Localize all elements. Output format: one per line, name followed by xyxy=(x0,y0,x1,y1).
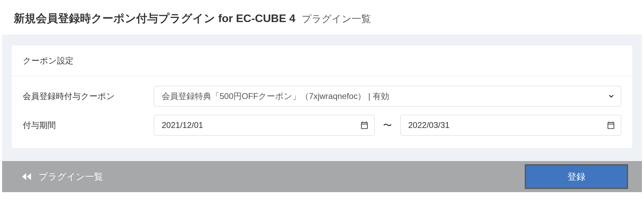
coupon-row: 会員登録時付与クーポン 会員登録特典「500円OFFクーポン」（7xjwraqn… xyxy=(23,86,621,107)
range-separator: 〜 xyxy=(383,119,392,131)
page-title: 新規会員登録時クーポン付与プラグイン for EC-CUBE 4 xyxy=(14,11,295,26)
date-end-value: 2022/03/31 xyxy=(408,120,450,130)
coupon-label: 会員登録時付与クーポン xyxy=(23,91,154,102)
svg-marker-0 xyxy=(22,173,26,180)
back-link-label: プラグイン一覧 xyxy=(39,171,103,183)
svg-marker-1 xyxy=(27,173,31,180)
card-body: 会員登録時付与クーポン 会員登録特典「500円OFFクーポン」（7xjwraqn… xyxy=(12,76,632,148)
settings-card: クーポン設定 会員登録時付与クーポン 会員登録特典「500円OFFクーポン」（7… xyxy=(12,46,632,148)
rewind-icon xyxy=(21,172,32,181)
calendar-icon xyxy=(360,121,369,130)
date-end-input[interactable]: 2022/03/31 xyxy=(400,115,621,136)
submit-button-label: 登録 xyxy=(567,171,585,183)
chevron-down-icon xyxy=(608,93,615,100)
coupon-select[interactable]: 会員登録特典「500円OFFクーポン」（7xjwraqnefoc） | 有効 xyxy=(154,86,621,107)
back-link[interactable]: プラグイン一覧 xyxy=(21,171,103,183)
submit-button[interactable]: 登録 xyxy=(525,164,628,189)
date-start-value: 2021/12/01 xyxy=(162,120,203,130)
card-title: クーポン設定 xyxy=(23,55,621,66)
page-subtitle: プラグイン一覧 xyxy=(302,12,371,26)
content-area: クーポン設定 会員登録時付与クーポン 会員登録特典「500円OFFクーポン」（7… xyxy=(2,34,642,161)
date-start-input[interactable]: 2021/12/01 xyxy=(154,115,375,136)
card-header: クーポン設定 xyxy=(12,46,632,76)
calendar-icon xyxy=(606,121,615,130)
coupon-select-value: 会員登録特典「500円OFFクーポン」（7xjwraqnefoc） | 有効 xyxy=(162,91,389,102)
period-row: 付与期間 2021/12/01 〜 2022/03/31 xyxy=(23,115,621,136)
period-label: 付与期間 xyxy=(23,120,154,131)
footer-bar: プラグイン一覧 登録 xyxy=(2,161,642,192)
page-header: 新規会員登録時クーポン付与プラグイン for EC-CUBE 4 プラグイン一覧 xyxy=(0,0,644,34)
